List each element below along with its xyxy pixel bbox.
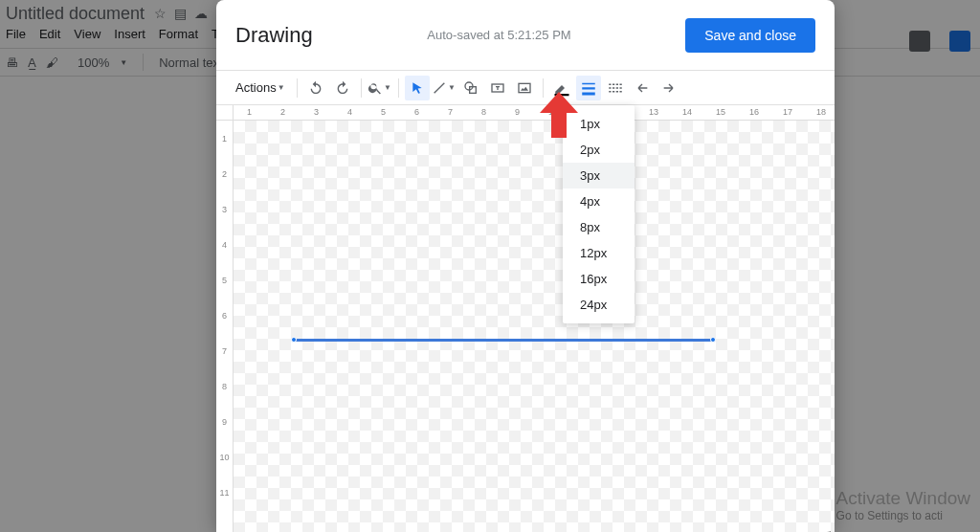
drawing-canvas[interactable]	[234, 121, 835, 532]
line-weight-option[interactable]: 8px	[563, 214, 635, 240]
line-start-button[interactable]	[630, 76, 655, 100]
line-weight-option[interactable]: 3px	[563, 163, 635, 188]
svg-rect-5	[582, 82, 595, 84]
line-tool[interactable]: ▼	[432, 76, 457, 100]
vertical-ruler: 1234567891011	[216, 121, 234, 532]
redo-button[interactable]	[330, 76, 355, 100]
svg-rect-7	[582, 92, 595, 95]
drawn-line[interactable]	[294, 339, 713, 342]
line-weight-option[interactable]: 2px	[563, 137, 635, 163]
undo-button[interactable]	[303, 76, 328, 100]
line-weight-dropdown: 1px2px3px4px8px12px16px24px	[563, 105, 635, 323]
select-tool[interactable]	[405, 76, 430, 100]
image-tool[interactable]	[512, 76, 537, 100]
shape-tool[interactable]	[458, 76, 483, 100]
drawing-toolbar: Actions▼ ▼ ▼	[216, 71, 835, 105]
line-weight-option[interactable]: 4px	[563, 188, 635, 214]
svg-rect-6	[582, 87, 595, 89]
line-handle-left[interactable]	[291, 337, 297, 343]
horizontal-ruler: 123456789101112131415161718	[216, 105, 835, 121]
line-weight-option[interactable]: 16px	[563, 266, 635, 292]
line-dash-button[interactable]	[603, 76, 628, 100]
line-weight-option[interactable]: 12px	[563, 240, 635, 266]
line-end-button[interactable]	[657, 76, 681, 100]
canvas-wrap: 1234567891011	[216, 121, 835, 532]
svg-rect-3	[519, 83, 530, 92]
caret-icon: ▼	[448, 83, 456, 92]
modal-title: Drawing	[235, 23, 313, 48]
caret-icon: ▼	[278, 83, 285, 92]
line-handle-right[interactable]	[710, 337, 716, 343]
zoom-button[interactable]: ▼	[368, 76, 392, 100]
annotation-arrow-icon	[540, 92, 578, 138]
textbox-tool[interactable]	[485, 76, 510, 100]
line-weight-button[interactable]	[576, 76, 601, 100]
drawing-modal: Drawing Auto-saved at 5:21:25 PM Save an…	[216, 0, 835, 532]
modal-header: Drawing Auto-saved at 5:21:25 PM Save an…	[216, 0, 835, 71]
caret-icon: ▼	[384, 83, 391, 92]
actions-menu-button[interactable]: Actions▼	[230, 76, 291, 100]
line-weight-option[interactable]: 24px	[563, 292, 635, 318]
save-and-close-button[interactable]: Save and close	[685, 18, 815, 53]
autosave-status: Auto-saved at 5:21:25 PM	[313, 28, 686, 42]
